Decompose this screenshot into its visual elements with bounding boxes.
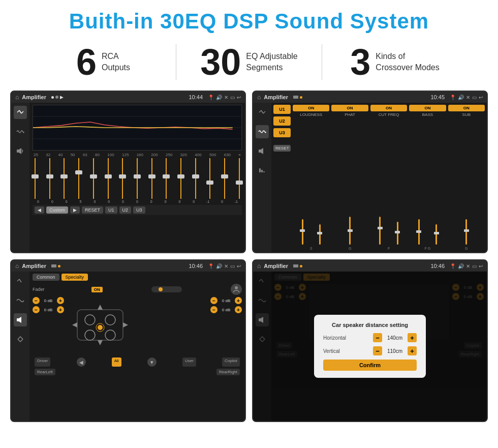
fader-status-bar: ⌂ Amplifier 10:46 📍 🔊 ✕ ▭ ↩: [11, 260, 245, 272]
bass-on-btn[interactable]: ON: [409, 105, 446, 111]
crossover-sidebar-vol-icon[interactable]: [256, 164, 269, 177]
sub-on-btn[interactable]: ON: [448, 105, 485, 111]
eq-val-5: 0: [91, 200, 98, 203]
preset-u3[interactable]: U3: [273, 128, 291, 137]
eq-slider-7[interactable]: [122, 158, 123, 199]
preset-u2[interactable]: U2: [273, 116, 291, 126]
freq-160: 160: [137, 153, 143, 157]
eq-slider-1[interactable]: [35, 158, 36, 199]
eq-status-bar: ⌂ Amplifier ▶ 10:44 📍 🔊 ✕ ▭ ↩: [11, 92, 245, 103]
eq-val-3: 0: [63, 200, 70, 203]
fader-sidebar-arrows-icon[interactable]: [14, 333, 27, 346]
fader-status-dots: [51, 264, 60, 267]
fader-app-name: Amplifier: [22, 263, 46, 269]
eq-sidebar-eq-icon[interactable]: [14, 106, 27, 119]
dialog-box: Car speaker distance setting Horizontal …: [314, 315, 426, 378]
fader-profile-icon[interactable]: [231, 284, 242, 295]
phat-on-btn[interactable]: ON: [331, 105, 368, 111]
eq-next-btn[interactable]: ▶: [70, 206, 80, 214]
expand-icon[interactable]: »: [238, 153, 240, 157]
eq-u2-btn[interactable]: U2: [119, 206, 132, 214]
eq-slider-13[interactable]: [209, 158, 210, 199]
home-icon[interactable]: ⌂: [15, 94, 19, 101]
user-label[interactable]: User: [182, 357, 196, 367]
crossover-screen-body: U1 U2 U3 RESET ON LOUDNESS: [253, 103, 487, 252]
eq-sidebar-speaker-icon[interactable]: [14, 144, 27, 158]
horizontal-minus-btn[interactable]: −: [373, 333, 382, 342]
eq-slider-2[interactable]: [49, 158, 50, 199]
fader-screen-body: Common Specialty Fader ON: [11, 272, 245, 421]
crossover-home-icon[interactable]: ⌂: [257, 94, 261, 101]
eq-slider-14[interactable]: [224, 158, 225, 199]
freq-320: 320: [180, 153, 187, 157]
channel-cutfreq: ON CUT FREQ F: [370, 105, 407, 250]
fader-sidebar-active-icon[interactable]: [14, 313, 27, 326]
crossover-channels: ON LOUDNESS 0: [293, 105, 485, 250]
eq-custom-btn[interactable]: Custom: [46, 206, 68, 214]
down-arrow-icon[interactable]: ▼: [147, 357, 157, 367]
eq-slider-8[interactable]: [137, 158, 138, 199]
channel-loudness: ON LOUDNESS 0: [293, 105, 329, 250]
crossover-sidebar-eq-icon[interactable]: [256, 106, 269, 119]
vertical-plus-btn[interactable]: +: [408, 346, 417, 355]
rear-right-label[interactable]: RearRight: [216, 369, 240, 375]
fader-sidebar-wave-icon[interactable]: [14, 294, 27, 307]
eq-sidebar-wave-icon[interactable]: [14, 125, 27, 138]
dialog-status-dots: [293, 264, 302, 267]
copilot-label[interactable]: Copilot: [222, 357, 240, 367]
rear-left-label[interactable]: RearLeft: [35, 369, 55, 375]
right-top-minus[interactable]: −: [210, 297, 217, 304]
svg-point-20: [235, 286, 238, 289]
eq-time: 10:44: [189, 94, 203, 100]
crossover-icons-right: 📍 🔊 ✕ ▭ ↩: [450, 95, 483, 100]
left-arrow-icon[interactable]: ◀: [77, 357, 86, 367]
eq-slider-10[interactable]: [166, 158, 167, 199]
crossover-main-content: U1 U2 U3 RESET ON LOUDNESS: [271, 103, 487, 252]
eq-slider-6[interactable]: [108, 158, 109, 199]
eq-slider-12[interactable]: [195, 158, 196, 199]
minimize-icon: ▭: [230, 95, 235, 100]
crossover-left-sidebar: [253, 103, 271, 252]
crossover-reset[interactable]: RESET: [273, 145, 291, 152]
eq-slider-15[interactable]: [239, 158, 240, 199]
cutfreq-label: CUT FREQ: [379, 112, 399, 117]
loudness-on-btn[interactable]: ON: [293, 105, 329, 111]
eq-val-2: 0: [49, 200, 56, 203]
fader-sidebar-eq-icon[interactable]: [14, 275, 27, 288]
eq-icons-right: 📍 🔊 ✕ ▭ ↩: [208, 95, 241, 100]
fader-tab-common[interactable]: Common: [33, 274, 59, 281]
right-bottom-minus[interactable]: −: [210, 306, 217, 313]
eq-u1-btn[interactable]: U1: [105, 206, 117, 214]
eq-u3-btn[interactable]: U3: [133, 206, 145, 214]
eq-slider-4[interactable]: [78, 158, 79, 199]
horizontal-plus-btn[interactable]: +: [408, 333, 417, 342]
all-label[interactable]: All: [112, 357, 121, 367]
crossover-sidebar-speaker-icon[interactable]: [256, 144, 269, 158]
right-top-plus[interactable]: +: [235, 297, 242, 304]
svg-line-10: [263, 111, 265, 113]
freq-40: 40: [58, 153, 63, 157]
eq-reset-btn[interactable]: RESET: [82, 206, 103, 214]
vertical-minus-btn[interactable]: −: [373, 346, 382, 355]
svg-point-26: [98, 325, 103, 330]
fader-tab-specialty[interactable]: Specialty: [61, 274, 88, 281]
crossover-sidebar-active-icon[interactable]: [256, 125, 269, 138]
left-bottom-minus[interactable]: −: [33, 306, 40, 313]
cutfreq-on-btn[interactable]: ON: [370, 105, 407, 111]
eq-prev-btn[interactable]: ◀: [35, 206, 44, 214]
dialog-home-icon[interactable]: ⌂: [257, 262, 261, 270]
left-top-plus[interactable]: +: [57, 297, 64, 304]
eq-slider-3[interactable]: [64, 158, 65, 199]
fader-home-icon[interactable]: ⌂: [15, 262, 19, 270]
freq-100: 100: [107, 153, 114, 157]
eq-slider-9[interactable]: [151, 158, 152, 199]
left-bottom-plus[interactable]: +: [57, 306, 64, 313]
right-bottom-plus[interactable]: +: [235, 306, 242, 313]
eq-slider-5[interactable]: [93, 158, 94, 199]
preset-u1[interactable]: U1: [273, 105, 291, 114]
fader-slider[interactable]: [151, 286, 182, 292]
driver-label[interactable]: Driver: [35, 357, 50, 367]
eq-slider-11[interactable]: [180, 158, 181, 199]
confirm-button[interactable]: Confirm: [323, 360, 417, 371]
left-top-minus[interactable]: −: [33, 297, 40, 304]
